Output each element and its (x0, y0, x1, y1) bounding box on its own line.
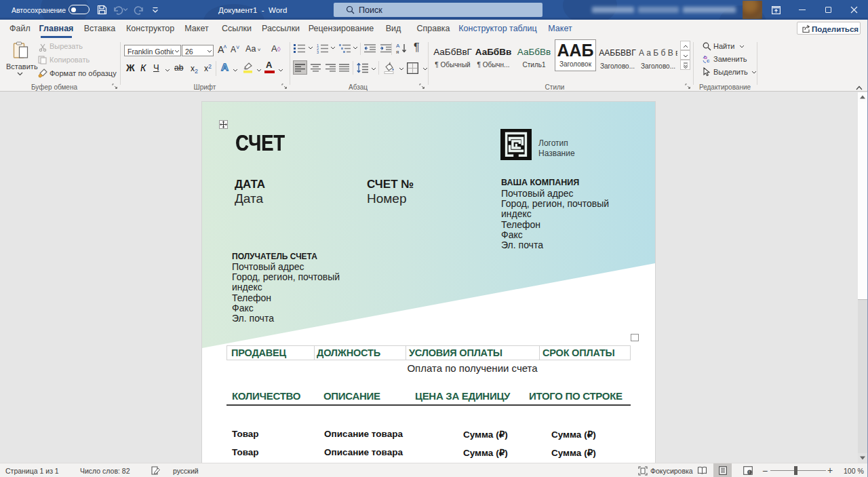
svg-text:3: 3 (317, 50, 319, 54)
svg-text:я: я (396, 49, 399, 54)
svg-text:c: c (707, 58, 710, 64)
svg-text:А: А (396, 43, 400, 49)
